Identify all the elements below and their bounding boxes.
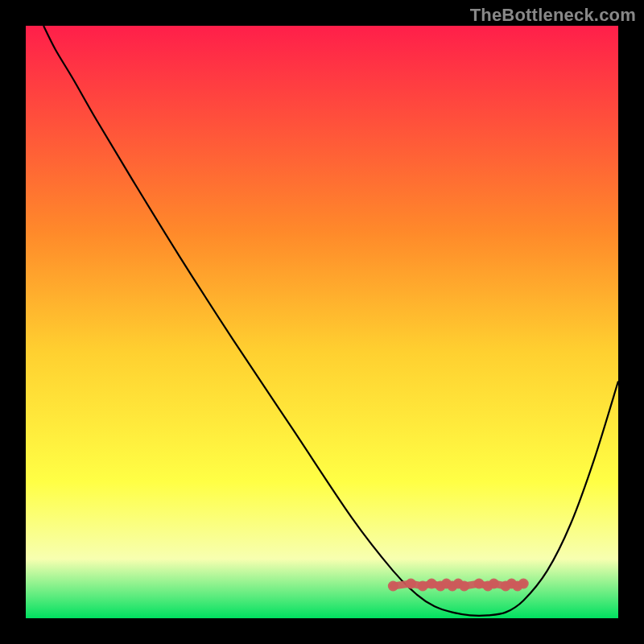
plot-area bbox=[26, 26, 618, 618]
svg-point-3 bbox=[427, 579, 437, 589]
gradient-background bbox=[26, 26, 618, 618]
svg-point-11 bbox=[489, 579, 499, 589]
svg-point-2 bbox=[418, 581, 428, 592]
svg-point-1 bbox=[406, 579, 416, 589]
svg-point-8 bbox=[459, 581, 469, 592]
svg-point-0 bbox=[388, 581, 398, 592]
svg-point-15 bbox=[518, 579, 529, 589]
svg-point-9 bbox=[474, 579, 485, 589]
watermark-text: TheBottleneck.com bbox=[470, 5, 636, 26]
bottleneck-chart bbox=[26, 26, 618, 618]
chart-container: TheBottleneck.com bbox=[0, 0, 644, 644]
